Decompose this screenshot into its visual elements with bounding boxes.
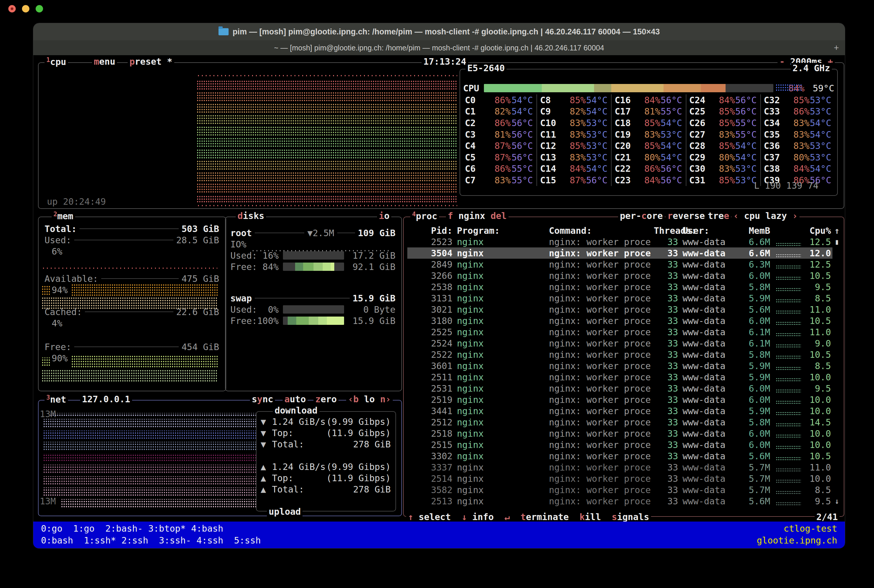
core-temp: 56°C (511, 118, 537, 128)
process-row[interactable]: 3601nginxnginx: worker proce33www-data5.… (407, 360, 843, 371)
process-command: nginx: worker proce (549, 350, 654, 360)
process-row[interactable]: 2511nginxnginx: worker proce33www-data5.… (407, 371, 843, 383)
process-command: nginx: worker proce (549, 316, 654, 326)
disks-io-toggle[interactable]: io (377, 211, 391, 221)
mem-free-dots (42, 357, 50, 366)
net-graph-row4 (43, 442, 256, 451)
select-down-button[interactable]: ↓ (462, 512, 467, 522)
col-command: Command: (549, 225, 654, 236)
net-zero-toggle[interactable]: zero (313, 394, 338, 404)
process-threads: 33 (654, 282, 678, 292)
proc-reverse-toggle[interactable]: reverse (666, 211, 707, 221)
signals-button[interactable]: signals (612, 512, 649, 522)
download-top-row: ▼Top:(11.9 Gibps) (261, 427, 391, 438)
kill-button[interactable]: kill (579, 512, 601, 522)
process-row[interactable]: 2519nginxnginx: worker proce33www-data6.… (407, 394, 843, 405)
process-cpu-minigraph (776, 400, 801, 404)
process-row[interactable]: 3337nginxnginx: worker proce33www-data5.… (407, 462, 843, 473)
process-cpu-pct: 9.5 (801, 496, 831, 506)
process-cpu-minigraph (776, 344, 801, 347)
net-auto-toggle[interactable]: auto (283, 394, 308, 404)
process-row[interactable]: 2525nginxnginx: worker proce33www-data6.… (407, 326, 843, 338)
tab-net[interactable]: 3net (45, 394, 68, 405)
terminate-button[interactable]: terminate (520, 512, 569, 522)
core-usage-pct: 86% (489, 95, 511, 105)
window-titlebar[interactable]: pim — [mosh] pim@glootie.ipng.ch: /home/… (33, 23, 845, 40)
process-pid: 2513 (407, 496, 453, 506)
proc-sort-selector[interactable]: ‹ cpu lazy › (731, 211, 799, 221)
process-row[interactable]: 2518nginxnginx: worker proce33www-data6.… (407, 428, 843, 439)
process-user: www-data (683, 361, 749, 371)
core-usage-pct: 83% (788, 129, 809, 140)
process-row[interactable]: 2513nginxnginx: worker proce33www-data5.… (407, 495, 843, 507)
process-row[interactable]: 3180nginxnginx: worker proce33www-data6.… (407, 315, 843, 326)
process-pid: 2522 (407, 350, 453, 360)
interval-minus-button[interactable]: - (779, 56, 785, 67)
proc-column-headers[interactable]: Pid: Program: Command: Threads: User: Me… (407, 225, 843, 236)
net-iface-switcher[interactable]: ‹b lo n› (346, 394, 393, 404)
process-row[interactable]: 2531nginxnginx: worker proce33www-data6.… (407, 383, 843, 394)
process-row[interactable]: 2538nginxnginx: worker proce33www-data5.… (407, 281, 843, 292)
tab-disks[interactable]: disks (236, 211, 266, 221)
process-row[interactable]: 2514nginxnginx: worker proce33www-data5.… (407, 473, 843, 484)
tab-proc[interactable]: 4proc (410, 211, 439, 221)
process-row[interactable]: 2523nginxnginx: worker proce33www-data6.… (407, 236, 843, 248)
process-row[interactable]: 3021nginxnginx: worker proce33www-data5.… (407, 304, 843, 315)
info-button[interactable]: info (472, 512, 494, 522)
process-row[interactable]: 3302nginxnginx: worker proce33www-data5.… (407, 450, 843, 462)
process-command: nginx: worker proce (549, 406, 654, 416)
cpu-total-label: CPU (463, 83, 484, 93)
process-row[interactable]: 2515nginxnginx: worker proce33www-data6.… (407, 439, 843, 450)
process-cpu-pct: 12.5 (801, 237, 831, 247)
disk-swap-used-row: Used: 0%0 Byte (230, 304, 396, 315)
process-cpu-pct: 10.5 (801, 316, 831, 326)
new-tab-button[interactable]: + (833, 43, 839, 53)
process-row[interactable]: 3582nginxnginx: worker proce33www-data5.… (407, 484, 843, 495)
mem-free-graph-pale (42, 369, 218, 382)
process-user: www-data (683, 417, 749, 428)
proc-filter[interactable]: f nginx del (446, 211, 508, 221)
process-cpu-minigraph (776, 445, 801, 449)
maximize-button[interactable] (36, 5, 43, 12)
proc-percore-toggle[interactable]: per-core (618, 211, 665, 221)
menu-button[interactable]: menu (92, 56, 117, 67)
tmux-outer-windows[interactable]: 0:go 1:go 2:bash- 3:btop* 4:bash (41, 524, 223, 534)
core-usage-pct: 83% (564, 118, 586, 128)
close-button[interactable] (8, 5, 16, 12)
terminal-tab-bar[interactable]: ~ — [mosh] pim@glootie.ipng.ch: /home/pi… (33, 40, 845, 55)
select-up-button[interactable]: ↑ (408, 512, 413, 522)
tmux-inner-windows[interactable]: 0:bash 1:ssh* 2:ssh 3:ssh- 4:ssh 5:ssh (41, 535, 261, 546)
core-usage-pct: 83% (788, 118, 809, 128)
core-label: C22 (615, 164, 638, 174)
scrollbar-thumb[interactable]: ▮ (831, 237, 843, 246)
process-cpu-minigraph (776, 366, 801, 370)
process-user: www-data (683, 282, 749, 292)
process-row[interactable]: 2512nginxnginx: worker proce33www-data5.… (407, 417, 843, 428)
process-row[interactable]: 3266nginxnginx: worker proce33www-data6.… (407, 270, 843, 281)
tab-cpu[interactable]: 1cpu (45, 56, 68, 67)
process-pid: 3266 (407, 271, 453, 281)
process-pid: 2511 (407, 372, 453, 382)
process-user: www-data (683, 248, 749, 258)
process-row[interactable]: 2524nginxnginx: worker proce33www-data6.… (407, 338, 843, 349)
process-row[interactable]: 2522nginxnginx: worker proce33www-data5.… (407, 349, 843, 360)
mem-used-graph (42, 267, 217, 270)
process-row[interactable]: 3131nginxnginx: worker proce33www-data5.… (407, 292, 843, 304)
core-label: C15 (540, 175, 564, 185)
proc-tree-toggle[interactable]: tree (706, 211, 731, 221)
col-mem: MemB (749, 225, 770, 236)
disk-swap-row[interactable]: swap15.9 GiB (230, 292, 396, 304)
process-row[interactable]: 3441nginxnginx: worker proce33www-data5.… (407, 405, 843, 417)
net-sync-toggle[interactable]: sync (250, 394, 275, 404)
process-mem: 5.9M (749, 293, 770, 303)
process-row[interactable]: 2849nginxnginx: worker proce33www-data6.… (407, 259, 843, 270)
process-row[interactable]: 3504nginxnginx: worker proce33www-data6.… (407, 248, 843, 259)
preset-button[interactable]: preset * (128, 56, 174, 67)
process-mem: 5.7M (749, 474, 770, 484)
tab-mem[interactable]: 2mem (52, 211, 75, 221)
disk-root-row[interactable]: root▼2.5M109 GiB (230, 227, 396, 238)
process-user: www-data (683, 496, 749, 506)
minimize-button[interactable] (22, 5, 29, 12)
net-graph-row8 (43, 488, 256, 496)
core-usage-pct: 87% (489, 152, 511, 163)
